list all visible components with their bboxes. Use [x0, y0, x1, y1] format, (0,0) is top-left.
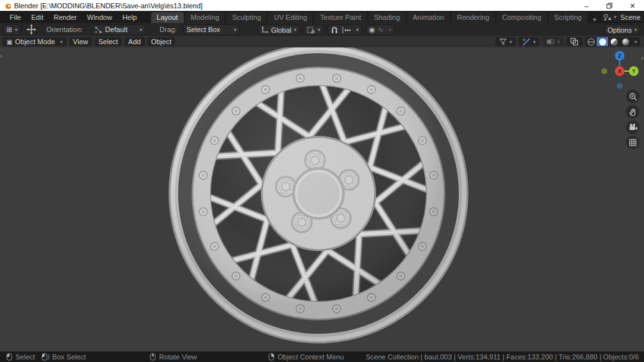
- menu-view[interactable]: View: [69, 37, 92, 46]
- menu-file[interactable]: File: [4, 11, 26, 23]
- rendered-sphere-icon: [622, 38, 629, 45]
- options-caret-icon: ▾: [634, 27, 637, 33]
- wheel-model[interactable]: [168, 43, 469, 344]
- menu-select[interactable]: Select: [95, 37, 122, 46]
- hint-box-select: Box Select: [42, 353, 87, 361]
- mode-dropdown[interactable]: ▣ Object Mode ▾: [3, 37, 67, 46]
- object-visibility-dropdown[interactable]: ▾: [495, 37, 516, 46]
- menu-object[interactable]: Object: [147, 37, 176, 46]
- shading-wireframe-button[interactable]: [585, 37, 597, 46]
- hand-icon: [629, 108, 637, 116]
- viewport-3d[interactable]: ▣ Object Mode ▾ View Select Add Object ▾: [0, 36, 644, 351]
- gizmo-z-label: Z: [618, 53, 621, 59]
- snap-group: ▾: [327, 24, 362, 35]
- restore-button[interactable]: [598, 0, 621, 11]
- snap-caret-icon: ▾: [356, 27, 359, 33]
- gizmos-caret-icon: ▾: [533, 39, 536, 45]
- sidebar-expand-icon[interactable]: ‹: [641, 54, 643, 62]
- toggle-perspective-button[interactable]: [626, 136, 640, 149]
- zoom-icon: [629, 92, 638, 101]
- hint-context-menu: Object Context Menu: [268, 353, 343, 361]
- gizmos-toggle[interactable]: ▾: [518, 37, 540, 46]
- toolbar-expand-icon[interactable]: ›: [0, 53, 2, 60]
- hint-context-menu-label: Object Context Menu: [277, 353, 343, 361]
- navigation-gizmo[interactable]: Z X Y: [597, 49, 642, 94]
- tab-scripting[interactable]: Scripting: [549, 12, 588, 23]
- top-menu-bar: File Edit Render Window Help Layout Mode…: [0, 11, 644, 23]
- scene-name[interactable]: Scene: [616, 13, 644, 21]
- hint-rotate-view: Rotate View: [150, 353, 197, 361]
- pan-button[interactable]: [626, 105, 640, 119]
- tab-compositing[interactable]: Compositing: [497, 12, 547, 23]
- menu-edit[interactable]: Edit: [26, 11, 49, 23]
- orientation-dropdown[interactable]: Default ▾: [92, 24, 145, 35]
- editor-type-caret-icon: ▾: [15, 27, 17, 33]
- shading-material-button[interactable]: [608, 37, 620, 46]
- solid-sphere-icon: [599, 38, 606, 45]
- window-title: Blender [E:\MODDING\BLENDER\Save-an\Velg…: [14, 2, 202, 10]
- editor-type-button[interactable]: ⊞ ▾: [3, 24, 21, 35]
- menu-add[interactable]: Add: [124, 37, 145, 46]
- tab-sculpting[interactable]: Sculpting: [226, 12, 267, 23]
- zoom-button[interactable]: [626, 90, 640, 103]
- visibility-caret-icon: ▾: [509, 39, 512, 45]
- tab-layout[interactable]: Layout: [151, 12, 184, 23]
- overlays-toggle[interactable]: ▾: [542, 37, 564, 46]
- shading-caret-icon: ▾: [634, 39, 637, 45]
- editor-grid-icon: ⊞: [6, 26, 12, 34]
- hint-rotate-view-label: Rotate View: [159, 353, 197, 361]
- pivot-point-dropdown[interactable]: ▾: [304, 24, 324, 35]
- menu-help[interactable]: Help: [117, 11, 142, 23]
- drag-caret-icon: ▾: [234, 27, 236, 33]
- hint-box-select-label: Box Select: [53, 353, 87, 361]
- shading-solid-button[interactable]: [597, 37, 608, 46]
- title-bar: Blender [E:\MODDING\BLENDER\Save-an\Velg…: [0, 0, 644, 11]
- shading-rendered-button[interactable]: [620, 37, 631, 46]
- scene-selector[interactable]: ▾ Scene ×: [600, 12, 644, 22]
- mouse-left-icon: [6, 353, 12, 361]
- hint-select-label: Select: [15, 353, 35, 361]
- tab-modeling[interactable]: Modeling: [185, 12, 226, 23]
- options-label: Options: [607, 26, 632, 34]
- menu-window[interactable]: Window: [82, 11, 117, 23]
- gizmo-neg-z-ball[interactable]: [617, 83, 623, 89]
- transform-orientation-dropdown[interactable]: Global ▾: [258, 24, 300, 35]
- tab-texture-paint[interactable]: Texture Paint: [314, 12, 367, 23]
- tab-shading[interactable]: Shading: [368, 12, 406, 23]
- xray-icon: [570, 38, 579, 45]
- shading-dropdown[interactable]: ▾: [631, 37, 640, 46]
- options-dropdown[interactable]: Options ▾: [604, 24, 640, 35]
- mode-caret-icon: ▾: [60, 39, 63, 45]
- material-sphere-icon: [611, 38, 618, 45]
- grid-icon: [629, 138, 637, 147]
- tab-rendering[interactable]: Rendering: [451, 12, 495, 23]
- orientation-caret-icon: ▾: [140, 27, 142, 33]
- menu-render[interactable]: Render: [49, 11, 82, 23]
- pivot-caret-icon: ▾: [318, 27, 320, 33]
- snap-target-icon[interactable]: [342, 26, 351, 34]
- falloff-curve-icon[interactable]: ∿: [377, 26, 383, 34]
- status-bar: Select Box Select Rotate View Object Con…: [0, 351, 644, 362]
- minimize-button[interactable]: –: [575, 0, 598, 11]
- workspace-tabs: Layout Modeling Sculpting UV Editing Tex…: [151, 11, 601, 23]
- proportional-edit-icon[interactable]: ◉: [369, 26, 376, 34]
- viewport-header: ▣ Object Mode ▾ View Select Add Object ▾: [0, 36, 644, 47]
- mouse-left-drag-icon: [42, 353, 49, 361]
- camera-view-button[interactable]: [626, 120, 640, 134]
- transform-orientation-icon: [261, 26, 268, 34]
- active-tool-move-icon[interactable]: [26, 24, 37, 35]
- scene-icon: [603, 13, 611, 21]
- camera-icon: [629, 123, 638, 131]
- gizmo-x-label: X: [618, 68, 622, 74]
- add-workspace-button[interactable]: +: [589, 15, 600, 23]
- gizmo-neg-y-ball[interactable]: [602, 69, 607, 74]
- xray-toggle[interactable]: [566, 37, 582, 46]
- gizmos-icon: [522, 38, 531, 46]
- orientation-value: Default: [105, 26, 128, 33]
- drag-dropdown[interactable]: Select Box ▾: [183, 24, 240, 35]
- wireframe-sphere-icon: [588, 38, 595, 45]
- tab-animation[interactable]: Animation: [407, 12, 450, 23]
- snap-magnet-icon[interactable]: [331, 26, 338, 34]
- tab-uv-editing[interactable]: UV Editing: [268, 12, 313, 23]
- close-button[interactable]: ×: [621, 0, 644, 11]
